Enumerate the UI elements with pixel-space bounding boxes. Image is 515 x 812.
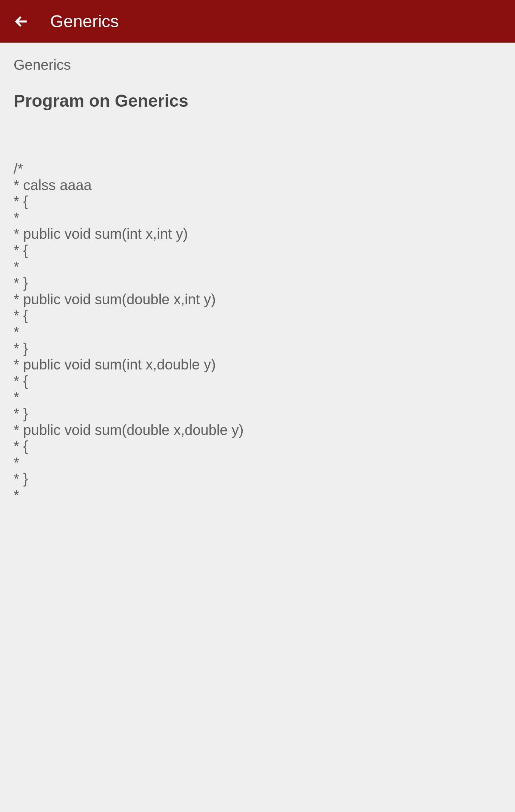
app-title: Generics xyxy=(50,11,119,31)
back-button[interactable] xyxy=(11,11,32,32)
app-bar: Generics xyxy=(0,0,515,43)
section-title: Program on Generics xyxy=(14,91,501,111)
code-block: /* * calss aaaa * { * * public void sum(… xyxy=(14,161,501,503)
page-subtitle: Generics xyxy=(14,57,501,73)
content-area: Generics Program on Generics /* * calss … xyxy=(0,43,515,518)
back-arrow-icon xyxy=(14,14,29,29)
